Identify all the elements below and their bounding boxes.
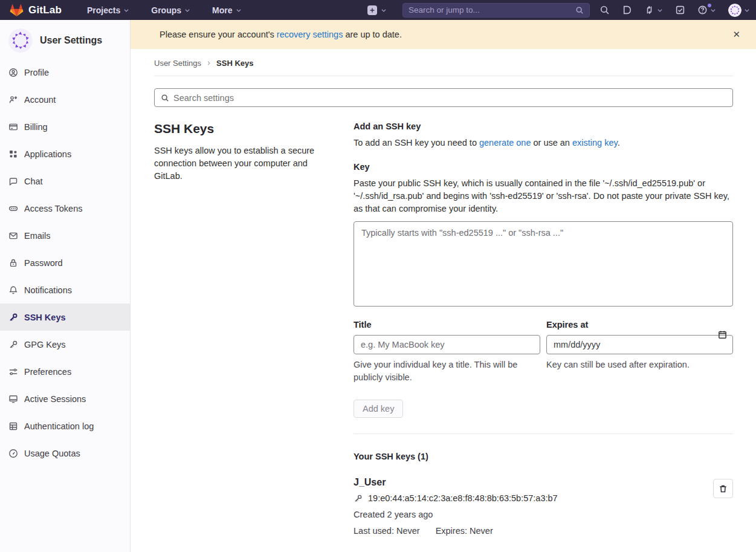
breadcrumb-ssh-keys: SSH Keys [216, 59, 253, 68]
sidebar-item-gpg-keys[interactable]: GPG Keys [0, 331, 130, 358]
expires-at-input[interactable] [546, 335, 733, 354]
ssh-key-created: Created 2 years ago [354, 510, 697, 519]
key-icon [354, 494, 363, 503]
recovery-settings-link[interactable]: recovery settings [277, 30, 343, 39]
nav-menu: Projects Groups More [87, 5, 241, 15]
page-description: SSH keys allow you to establish a secure… [154, 144, 329, 183]
issues-icon[interactable] [622, 5, 632, 15]
key-label: Key [354, 162, 733, 172]
close-icon[interactable]: ✕ [728, 27, 745, 42]
sidebar-header: User Settings [0, 20, 130, 59]
section-divider [354, 433, 733, 434]
gitlab-tanuki-icon [10, 3, 24, 17]
plus-icon [367, 5, 377, 15]
sidebar-item-account[interactable]: Account [0, 86, 130, 113]
expires-label: Expires at [546, 320, 733, 330]
sidebar-item-authentication-log[interactable]: Authentication log [0, 412, 130, 440]
user-settings-avatar [8, 28, 33, 53]
expires-help-text: Key can still be used after expiration. [546, 359, 733, 371]
sidebar-item-access-tokens[interactable]: Access Tokens [0, 195, 130, 222]
notification-dot [708, 4, 711, 7]
settings-search[interactable] [154, 88, 733, 107]
sidebar-item-emails[interactable]: Emails [0, 222, 130, 249]
key-icon [8, 340, 18, 349]
usage-quotas-icon [8, 449, 18, 458]
key-help-text: Paste your public SSH key, which is usua… [354, 177, 733, 215]
breadcrumb-user-settings[interactable]: User Settings [154, 59, 201, 68]
trash-icon [719, 484, 728, 493]
sidebar-item-profile[interactable]: Profile [0, 59, 130, 86]
add-key-button[interactable]: Add key [354, 400, 403, 418]
password-icon [8, 258, 18, 268]
nav-projects[interactable]: Projects [87, 5, 129, 15]
chat-icon [8, 177, 18, 186]
active-sessions-icon [8, 394, 18, 404]
add-ssh-key-heading: Add an SSH key [354, 122, 733, 131]
user-avatar [728, 4, 741, 17]
key-input[interactable] [354, 221, 733, 307]
calendar-icon[interactable] [718, 330, 727, 339]
sidebar-item-applications[interactable]: Applications [0, 140, 130, 167]
global-search-input[interactable] [409, 5, 575, 15]
sidebar-title: User Settings [40, 35, 102, 46]
ssh-key-title[interactable]: J_User [354, 477, 697, 488]
ssh-key-list-item: J_User 19:e0:44:a5:14:c2:3a:e8:f8:48:8b:… [354, 477, 733, 536]
settings-search-input[interactable] [173, 93, 726, 103]
ssh-key-usage-row: Last used: Never Expires: Never [354, 526, 697, 536]
ssh-key-fingerprint: 19:e0:44:a5:14:c2:3a:e8:f8:48:8b:63:5b:5… [368, 493, 558, 503]
auth-log-icon [8, 421, 18, 431]
billing-icon [8, 122, 18, 132]
preferences-icon [8, 367, 18, 377]
top-navbar: GitLab Projects Groups More [0, 0, 756, 20]
merge-requests-button[interactable] [644, 5, 663, 15]
sidebar-item-active-sessions[interactable]: Active Sessions [0, 385, 130, 412]
sidebar-item-ssh-keys[interactable]: SSH Keys [0, 304, 130, 331]
title-field-group: Title Give your individual key a title. … [354, 320, 540, 384]
banner-text: Please ensure your account's recovery se… [160, 30, 402, 39]
section-intro: SSH Keys SSH keys allow you to establish… [154, 122, 329, 536]
notifications-icon [8, 285, 18, 295]
gitlab-logo[interactable]: GitLab [6, 3, 65, 17]
chevron-down-icon [381, 7, 387, 13]
breadcrumb: User Settings SSH Keys [154, 49, 733, 76]
help-button[interactable] [697, 5, 716, 15]
main-content: User Settings SSH Keys SSH Keys SSH keys… [131, 49, 756, 552]
todo-icon[interactable] [675, 5, 685, 15]
chevron-down-icon [710, 7, 716, 13]
global-search[interactable] [402, 3, 590, 18]
user-menu-button[interactable] [728, 4, 750, 17]
title-label: Title [354, 320, 540, 330]
chevron-down-icon [123, 7, 129, 13]
emails-icon [8, 231, 18, 241]
existing-key-link[interactable]: existing key [572, 138, 618, 148]
navbar-icons [599, 4, 750, 17]
new-menu-button[interactable] [367, 5, 387, 15]
search-icon[interactable] [599, 5, 610, 15]
ssh-key-last-used: Last used: Never [354, 526, 420, 536]
merge-request-icon [644, 5, 654, 15]
sidebar-item-chat[interactable]: Chat [0, 167, 130, 195]
add-ssh-key-intro: To add an SSH key you need to generate o… [354, 137, 733, 149]
nav-more[interactable]: More [212, 5, 241, 15]
chevron-down-icon [236, 7, 242, 13]
search-icon [575, 6, 584, 15]
settings-sidebar: User Settings Profile Account Billing Ap… [0, 20, 131, 552]
delete-key-button[interactable] [713, 479, 733, 498]
key-icon [8, 313, 18, 322]
sidebar-item-notifications[interactable]: Notifications [0, 276, 130, 304]
title-input[interactable] [354, 335, 540, 354]
account-icon [8, 95, 18, 105]
generate-one-link[interactable]: generate one [479, 138, 531, 148]
search-icon [161, 94, 169, 102]
sidebar-item-billing[interactable]: Billing [0, 113, 130, 140]
sidebar-item-usage-quotas[interactable]: Usage Quotas [0, 440, 130, 467]
expires-field-group: Expires at Key can still be used after e… [546, 320, 733, 384]
recovery-settings-banner: Please ensure your account's recovery se… [131, 20, 756, 49]
access-tokens-icon [8, 204, 18, 213]
chevron-right-icon [206, 60, 212, 66]
chevron-down-icon [657, 7, 663, 13]
profile-icon [8, 68, 18, 77]
sidebar-item-preferences[interactable]: Preferences [0, 358, 130, 385]
sidebar-item-password[interactable]: Password [0, 249, 130, 276]
nav-groups[interactable]: Groups [151, 5, 190, 15]
